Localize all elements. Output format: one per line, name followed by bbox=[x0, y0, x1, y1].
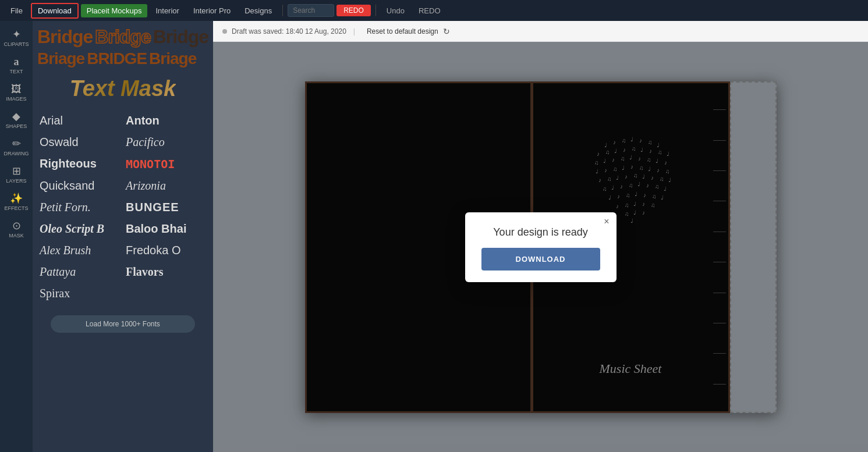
font-item-fredoka[interactable]: Fredoka O bbox=[123, 240, 208, 261]
text-label: TEXT bbox=[9, 69, 23, 74]
text-mask-section: Text Mask bbox=[33, 69, 213, 106]
canvas-topbar: Draft was saved: 18:40 12 Aug, 2020 | Re… bbox=[213, 21, 868, 42]
effects-label: EFFECTS bbox=[4, 205, 28, 211]
redo-button[interactable]: REDO bbox=[336, 5, 371, 16]
bridge-row-2: Briage BRIDGE Briage bbox=[33, 48, 213, 69]
cliparts-icon: ✦ bbox=[12, 29, 21, 40]
canvas-viewport: ♩♪♫♩♪♫♩ ♪♫♩♪♫♩♪♫♩ ♫♩♪♫♩♪♫♩♪ ♩♪♫♩♪♫♩♪♫ ♪♫… bbox=[213, 42, 868, 452]
nav-download[interactable]: Download bbox=[31, 3, 79, 19]
font-item-baloo[interactable]: Baloo Bhai bbox=[123, 219, 208, 239]
reset-to-default-link[interactable]: Reset to default design bbox=[367, 27, 438, 35]
bridge-text-2[interactable]: Bridge bbox=[95, 27, 150, 47]
sidebar-item-shapes[interactable]: ◆ SHAPES bbox=[2, 108, 31, 133]
bridge-row-1: Bridge Bridge Bridge bbox=[33, 26, 213, 48]
bridge-small-1[interactable]: Briage bbox=[37, 49, 84, 68]
canvas-area: Draft was saved: 18:40 12 Aug, 2020 | Re… bbox=[213, 21, 868, 452]
draft-dot bbox=[222, 29, 227, 34]
drawing-icon: ✏ bbox=[12, 138, 21, 149]
bridge-text-3[interactable]: Bridge bbox=[153, 27, 208, 47]
sidebar-item-drawing[interactable]: ✏ DRAWING bbox=[2, 135, 31, 160]
modal-box: × Your design is ready DOWNLOAD bbox=[465, 212, 617, 282]
nav-designs[interactable]: Designs bbox=[239, 4, 278, 17]
modal-title: Your design is ready bbox=[481, 226, 600, 239]
shapes-label: SHAPES bbox=[6, 123, 27, 129]
mask-icon: ⊙ bbox=[12, 220, 21, 231]
draft-saved-text: Draft was saved: 18:40 12 Aug, 2020 bbox=[232, 27, 346, 35]
font-item-pacifico[interactable]: Pacifico bbox=[123, 132, 208, 152]
undo-button[interactable]: Undo bbox=[381, 4, 410, 17]
font-item-arizonia[interactable]: Arizonia bbox=[123, 176, 208, 196]
nav-file[interactable]: File bbox=[5, 4, 29, 17]
sidebar-item-mask[interactable]: ⊙ MASK bbox=[2, 217, 31, 242]
images-icon: 🖼 bbox=[11, 84, 22, 94]
nav-divider-2 bbox=[375, 5, 376, 16]
nav-interior-pro[interactable]: Interior Pro bbox=[187, 4, 236, 17]
font-grid: Arial Anton Oswald Pacifico Righteous MO… bbox=[33, 106, 213, 308]
shapes-icon: ◆ bbox=[12, 111, 20, 122]
font-item-alex[interactable]: Alex Brush bbox=[37, 240, 122, 261]
topbar-divider: | bbox=[353, 27, 355, 35]
icon-bar: ✦ CLIPARTS a TEXT 🖼 IMAGES ◆ SHAPES ✏ DR… bbox=[0, 21, 33, 452]
font-item-oleo[interactable]: Oleo Script B bbox=[37, 219, 122, 239]
drawing-label: DRAWING bbox=[3, 151, 29, 156]
nav-placeit[interactable]: Placeit Mockups bbox=[81, 4, 148, 17]
images-label: IMAGES bbox=[6, 96, 26, 102]
cliparts-label: CLIPARTS bbox=[3, 41, 29, 47]
font-item-spirax[interactable]: Spirax bbox=[37, 283, 122, 304]
sidebar-item-images[interactable]: 🖼 IMAGES bbox=[2, 80, 31, 105]
layers-icon: ⊞ bbox=[12, 166, 21, 176]
modal-close-button[interactable]: × bbox=[604, 217, 609, 226]
nav-divider bbox=[282, 5, 283, 16]
modal-overlay: × Your design is ready DOWNLOAD bbox=[213, 42, 868, 452]
mask-label: MASK bbox=[9, 233, 24, 239]
font-item-arial[interactable]: Arial bbox=[37, 111, 122, 131]
font-item-petit[interactable]: Petit Forn. bbox=[37, 197, 122, 218]
refresh-icon[interactable]: ↻ bbox=[443, 27, 450, 36]
search-input[interactable] bbox=[288, 4, 334, 17]
font-item-flavors[interactable]: Flavors bbox=[123, 262, 208, 282]
sidebar-item-layers[interactable]: ⊞ LAYERS bbox=[2, 162, 31, 187]
nav-interior[interactable]: Interior bbox=[150, 4, 185, 17]
load-more-fonts-button[interactable]: Load More 1000+ Fonts bbox=[51, 315, 195, 333]
font-item-righteous[interactable]: Righteous bbox=[37, 154, 122, 175]
text-icon: a bbox=[14, 56, 19, 67]
font-item-oswald[interactable]: Oswald bbox=[37, 132, 122, 152]
font-item-pattaya[interactable]: Pattaya bbox=[37, 262, 122, 282]
font-item-anton[interactable]: Anton bbox=[123, 111, 208, 131]
bridge-small-2[interactable]: BRIDGE bbox=[87, 49, 147, 68]
modal-download-button[interactable]: DOWNLOAD bbox=[481, 248, 600, 271]
redo-text-button[interactable]: REDO bbox=[413, 4, 447, 17]
sidebar-item-effects[interactable]: ✨ EFFECTS bbox=[2, 190, 31, 215]
sidebar-item-cliparts[interactable]: ✦ CLIPARTS bbox=[2, 26, 31, 51]
bridge-text-1[interactable]: Bridge bbox=[37, 27, 93, 47]
bridge-small-3[interactable]: Briage bbox=[149, 49, 196, 68]
left-panel: Bridge Bridge Bridge Briage BRIDGE Briag… bbox=[33, 21, 213, 452]
font-item-quicksand[interactable]: Quicksand bbox=[37, 176, 122, 196]
font-item-monotoi[interactable]: MONOTOI bbox=[123, 154, 208, 175]
top-navigation: File Download Placeit Mockups Interior I… bbox=[0, 0, 868, 21]
bridge-fonts-section: Bridge Bridge Bridge Briage BRIDGE Briag… bbox=[33, 21, 213, 69]
sidebar-item-text[interactable]: a TEXT bbox=[2, 53, 31, 78]
layers-label: LAYERS bbox=[6, 178, 27, 184]
text-mask-label[interactable]: Text Mask bbox=[70, 76, 176, 101]
main-layout: ✦ CLIPARTS a TEXT 🖼 IMAGES ◆ SHAPES ✏ DR… bbox=[0, 21, 868, 452]
font-item-bungee[interactable]: BUNGEE bbox=[123, 197, 208, 218]
effects-icon: ✨ bbox=[10, 193, 23, 204]
